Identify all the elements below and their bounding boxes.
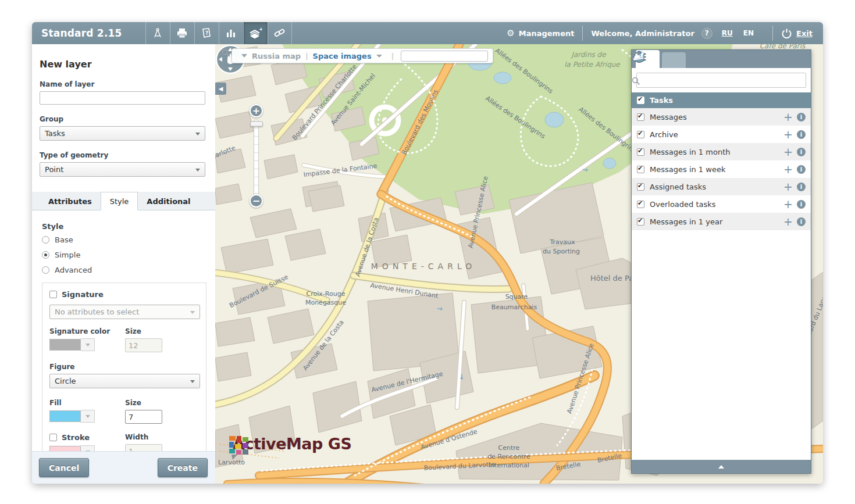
info-icon[interactable]: i xyxy=(797,183,806,191)
signature-color-picker[interactable] xyxy=(49,338,125,351)
layer-row[interactable]: Assigned tasks+i xyxy=(632,178,811,195)
lang-ru-button[interactable]: RU xyxy=(722,29,733,37)
layer-checkbox[interactable] xyxy=(637,183,644,191)
help-badge[interactable]: ? xyxy=(701,28,712,39)
figure-label: Figure xyxy=(49,363,199,371)
link-tool-button[interactable] xyxy=(268,22,292,44)
divider xyxy=(772,26,773,41)
tab-style[interactable]: Style xyxy=(101,192,138,210)
stroke-checkbox-row[interactable]: Stroke xyxy=(49,433,125,442)
chevron-down-icon[interactable] xyxy=(241,54,247,58)
tab-additional[interactable]: Additional xyxy=(138,192,199,210)
help-book-icon: ? xyxy=(201,27,212,39)
collapse-left-panel-button[interactable]: ◀ xyxy=(215,83,226,95)
signature-size-label: Size xyxy=(125,327,162,335)
radio-base[interactable] xyxy=(42,236,49,244)
cancel-button[interactable]: Cancel xyxy=(39,458,89,477)
route-arrow-icon[interactable] xyxy=(632,50,642,58)
add-icon[interactable]: + xyxy=(783,129,793,140)
stroke-checkbox[interactable] xyxy=(49,434,57,441)
add-icon[interactable]: + xyxy=(783,164,793,175)
radio-simple[interactable] xyxy=(42,251,49,259)
signature-color-swatch[interactable] xyxy=(49,339,81,351)
layer-checkbox[interactable] xyxy=(637,166,644,173)
info-icon[interactable]: i xyxy=(797,148,806,156)
new-layer-panel: New layer Name of layer Group Tasks Type… xyxy=(32,44,215,484)
chevron-down-icon[interactable] xyxy=(376,55,382,58)
lang-en-button[interactable]: EN xyxy=(743,29,754,37)
zoom-in-button[interactable]: + xyxy=(250,104,263,117)
add-icon[interactable]: + xyxy=(783,181,793,192)
group-select[interactable]: Tasks xyxy=(40,126,205,141)
zoom-out-button[interactable]: − xyxy=(250,194,263,208)
stats-tool-button[interactable] xyxy=(219,22,243,44)
map-canvas[interactable]: Boulevard Princesse CharlotteAvenue Sain… xyxy=(215,44,823,484)
layer-row[interactable]: Archive+i xyxy=(632,126,811,143)
layer-name-input[interactable] xyxy=(40,91,205,105)
add-icon[interactable]: + xyxy=(783,216,793,227)
help-tool-button[interactable]: ? xyxy=(194,22,219,44)
print-tool-button[interactable] xyxy=(170,22,194,44)
base-layer-button[interactable]: Russia map xyxy=(252,52,301,60)
layer-group-tasks[interactable]: Tasks xyxy=(632,92,811,108)
layer-row[interactable]: Messages in 1 year+i xyxy=(632,213,811,230)
signature-checkbox[interactable] xyxy=(49,291,57,298)
layer-list: Messages+iArchive+iMessages in 1 month+i… xyxy=(632,108,811,230)
style-option-base[interactable]: Base xyxy=(42,235,206,244)
layer-checkbox[interactable] xyxy=(637,201,644,208)
layer-checkbox[interactable] xyxy=(637,218,644,226)
info-icon[interactable]: i xyxy=(797,200,806,209)
signature-attribute-select[interactable]: No attributes to select xyxy=(49,305,200,319)
tab-identify[interactable]: ? xyxy=(662,52,686,68)
signature-checkbox-row[interactable]: Signature xyxy=(49,290,199,299)
add-icon[interactable]: + xyxy=(783,146,793,158)
layer-row[interactable]: Messages in 1 month+i xyxy=(632,143,811,160)
figure-select[interactable]: Circle xyxy=(49,374,200,388)
app-title: Standard 2.15 xyxy=(41,27,122,39)
fill-size-input[interactable] xyxy=(125,410,162,424)
zoom-slider-handle[interactable] xyxy=(250,121,263,127)
layer-checkbox[interactable] xyxy=(637,148,644,156)
layer-label: Assigned tasks xyxy=(650,183,706,191)
layers-search-input[interactable] xyxy=(636,73,806,88)
layer-checkbox[interactable] xyxy=(637,113,644,121)
layer-row[interactable]: Messages+i xyxy=(632,108,811,126)
fill-color-picker[interactable] xyxy=(49,410,125,423)
add-icon[interactable]: + xyxy=(783,112,793,123)
add-icon[interactable]: + xyxy=(783,199,793,210)
info-icon[interactable]: i xyxy=(797,165,806,174)
layer-row[interactable]: Overloaded tasks+i xyxy=(632,195,811,213)
geometry-select[interactable]: Point xyxy=(40,162,205,177)
fill-color-swatch[interactable] xyxy=(49,410,81,422)
map-search-input[interactable] xyxy=(401,51,488,62)
collapse-panel-button[interactable] xyxy=(632,460,811,473)
style-option-simple[interactable]: Simple xyxy=(42,251,206,259)
layer-label: Messages xyxy=(650,113,687,121)
chevron-down-icon[interactable] xyxy=(81,410,95,423)
measure-tool-button[interactable] xyxy=(145,22,170,44)
exit-button[interactable]: Exit xyxy=(781,28,813,39)
svg-text:+: + xyxy=(259,27,262,32)
add-layer-tool-button[interactable]: + xyxy=(243,22,268,44)
chevron-down-icon[interactable] xyxy=(81,338,95,351)
layer-label: Messages in 1 year xyxy=(650,217,722,226)
app-window: Standard 2.15 ? xyxy=(32,22,823,484)
zoom-slider[interactable] xyxy=(254,120,259,201)
layer-checkbox[interactable] xyxy=(637,131,644,138)
signature-size-input[interactable] xyxy=(125,338,162,352)
radio-advanced[interactable] xyxy=(42,266,49,274)
info-icon[interactable]: i xyxy=(797,217,806,226)
create-button[interactable]: Create xyxy=(158,458,208,477)
group-checkbox[interactable] xyxy=(637,96,644,104)
info-icon[interactable]: i xyxy=(797,130,806,139)
management-link[interactable]: Management xyxy=(519,29,575,38)
layer-row[interactable]: Messages in 1 week+i xyxy=(632,160,811,178)
info-icon[interactable]: i xyxy=(797,113,806,121)
group-label: Group xyxy=(40,115,206,123)
style-option-advanced[interactable]: Advanced xyxy=(42,266,206,274)
overlay-layer-button[interactable]: Space images xyxy=(313,52,372,60)
fill-size-label: Size xyxy=(125,399,162,407)
tab-attributes[interactable]: Attributes xyxy=(40,192,101,210)
layer-label: Overloaded tasks xyxy=(650,200,716,209)
divider xyxy=(582,26,583,41)
